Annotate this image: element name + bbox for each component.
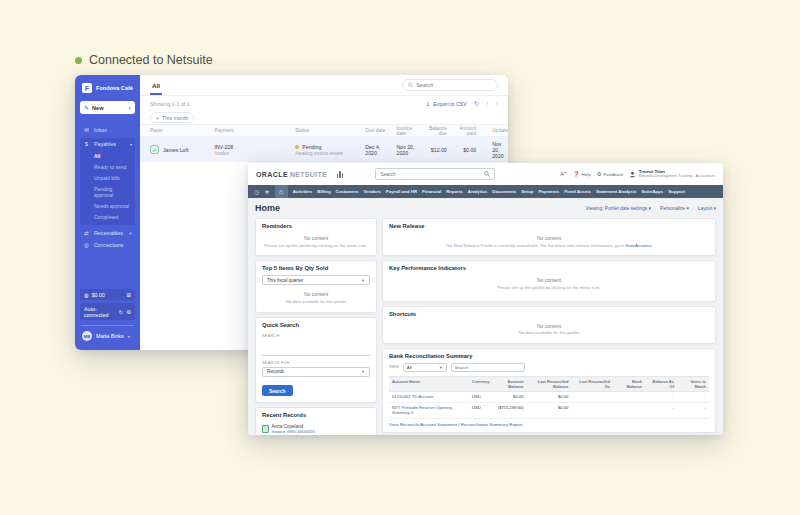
nav-reports[interactable]: Reports <box>446 189 463 194</box>
portlet-title: New Release <box>383 219 715 231</box>
nav-documents[interactable]: Documents <box>492 189 516 194</box>
nav-billing[interactable]: Billing <box>317 189 330 194</box>
export-csv-button[interactable]: ↧ Export to CSV <box>426 101 467 107</box>
view-select[interactable]: All ▼ <box>403 363 447 372</box>
account-balance-cell: $0.00 <box>491 392 526 403</box>
search-for-select[interactable]: Records ▼ <box>262 367 370 377</box>
quick-search-input[interactable] <box>262 348 370 356</box>
account-name-cell[interactable]: 61310062 TD Account <box>389 392 469 403</box>
column-header-account-name[interactable]: Account Name <box>389 377 469 392</box>
sidebar-section-payables: $ Payables ▾ All Ready to send Unpaid bi… <box>80 138 135 225</box>
filter-chip-this-month[interactable]: + This month <box>150 112 194 123</box>
nav-analytics[interactable]: Analytics <box>468 189 488 194</box>
column-header-status[interactable]: Status <box>285 128 355 133</box>
nav-payroll[interactable]: Payroll and HR <box>386 189 417 194</box>
column-header-account-balance[interactable]: Account Balance <box>491 377 526 392</box>
column-header-items-to-match[interactable]: Items to Match <box>677 377 709 392</box>
search-input[interactable] <box>416 82 492 88</box>
column-header-updated[interactable]: Updated <box>482 128 508 133</box>
search-box[interactable] <box>402 79 498 91</box>
empty-state-detail: Please set up this portlet by clicking o… <box>391 285 707 291</box>
refresh-button[interactable]: ↻ <box>474 100 479 108</box>
payables-filter-pending[interactable]: Pending approval <box>80 183 135 200</box>
table-row[interactable]: ✓ James Loft INV-228 Invoice Pending Awa… <box>140 137 508 162</box>
user-menu[interactable]: Transit Titan Rosteda Development Traini… <box>629 169 715 179</box>
text-size-button[interactable]: A⁺ <box>560 171 567 177</box>
global-search-box[interactable] <box>375 168 495 180</box>
suiteanswers-link[interactable]: SuiteAnswers <box>625 243 651 248</box>
sidebar-item-inbox[interactable]: ✉ Inbox <box>80 124 135 136</box>
balance-as-of-cell: - <box>645 403 677 419</box>
recent-record-item[interactable]: Anna Copeland Invoice #INV-0000025 <box>262 424 370 434</box>
recents-icon[interactable]: ◷ <box>254 188 259 195</box>
quick-search-portlet: Quick Search SEARCH SEARCH FOR Records ▼… <box>255 317 377 404</box>
netsuite-navbar: ◷ ★ ⌂ Activities Billing Customers Vendo… <box>248 185 723 198</box>
last-reconciled-balance-cell: $0.00 <box>527 392 572 403</box>
column-header-currency[interactable]: Currency <box>469 377 491 392</box>
left-column: Reminders No content Please set up this … <box>255 218 377 435</box>
nav-fixed-assets[interactable]: Fixed Assets <box>564 189 591 194</box>
global-search-input[interactable] <box>380 172 481 177</box>
column-header-payer[interactable]: Payer <box>140 128 204 133</box>
help-button[interactable]: ❓ Help <box>573 171 591 177</box>
reconciliation-report-link[interactable]: View Reconcile Account Statement / Recon… <box>383 419 715 432</box>
user-menu[interactable]: MB Marla Binks ▾ <box>80 328 135 344</box>
column-header-book-balance[interactable]: Book Balance <box>613 377 645 392</box>
column-header-last-reconciled-balance[interactable]: Last Reconciled Balance <box>527 377 572 392</box>
bank-reconciliation-portlet: Bank Reconciliation Summary VIEW All ▼ A… <box>382 348 716 433</box>
chevron-down-icon: ▼ <box>361 278 365 283</box>
new-button[interactable]: ✎ New ▾ <box>80 101 135 114</box>
items-to-match-cell: - <box>677 403 709 419</box>
nav-statement-analysis[interactable]: Statement Analysis <box>596 189 636 194</box>
nav-activities[interactable]: Activities <box>293 189 313 194</box>
nav-suiteapps[interactable]: SuiteApps <box>641 189 663 194</box>
tab-all[interactable]: All <box>150 78 162 95</box>
fiscal-quarter-select[interactable]: This fiscal quarter ▼ <box>262 275 370 285</box>
chevron-down-icon: ▾ <box>130 142 132 147</box>
column-header-amount-paid[interactable]: Amount paid <box>453 126 482 136</box>
home-tab[interactable]: ⌂ <box>275 185 288 198</box>
nav-customers[interactable]: Customers <box>336 189 359 194</box>
nav-payments[interactable]: Payments <box>538 189 559 194</box>
favorites-icon[interactable]: ★ <box>264 188 269 195</box>
sidebar-item-receivables[interactable]: ⇄ Receivables + <box>80 227 135 239</box>
nav-setup[interactable]: Setup <box>521 189 533 194</box>
chevron-down-icon: ▼ <box>439 365 443 370</box>
personalize-link[interactable]: Personalize ▾ <box>660 206 689 211</box>
bank-search-input[interactable] <box>451 363 525 372</box>
sidebar-item-payables[interactable]: $ Payables ▾ <box>80 138 135 150</box>
viewing-settings-link[interactable]: Viewing: Portlet date settings ▾ <box>585 206 651 211</box>
payables-filter-approval[interactable]: Needs approval <box>80 200 135 211</box>
sidebar-item-connections[interactable]: ◎ Connections <box>80 239 135 251</box>
layout-link[interactable]: Layout ▾ <box>698 206 716 211</box>
nav-support[interactable]: Support <box>668 189 685 194</box>
search-icon <box>408 82 413 88</box>
payables-filter-completed[interactable]: Completed <box>80 211 135 222</box>
showing-count: Showing 1-1 of 1 <box>150 101 190 107</box>
prev-page-button[interactable]: ‹ <box>486 100 488 107</box>
inbox-icon: ✉ <box>83 127 90 133</box>
desktop-canvas: Connected to Netsuite F Fondova Café ✎ N… <box>0 0 800 515</box>
next-page-button[interactable]: › <box>496 100 498 107</box>
auto-connected-row[interactable]: Auto-connected ↻ ⚙ <box>80 303 135 320</box>
quick-search-button[interactable]: Search <box>262 385 293 396</box>
payables-filter-all[interactable]: All <box>80 150 135 161</box>
nav-vendors[interactable]: Vendors <box>364 189 381 194</box>
chevron-down-icon: ▾ <box>128 105 131 111</box>
column-header-balance-as-of[interactable]: Balance As Of <box>645 377 677 392</box>
due-date-cell: Dec 4, 2020 <box>355 144 386 156</box>
payables-filter-unpaid[interactable]: Unpaid bills <box>80 172 135 183</box>
column-header-due-date[interactable]: Due date <box>355 128 386 133</box>
nav-financial[interactable]: Financial <box>422 189 441 194</box>
table-header: Payer Payment Status Due date Invoice da… <box>140 124 508 137</box>
column-header-payment[interactable]: Payment <box>204 128 285 133</box>
feedback-button[interactable]: ⚙ Feedback <box>597 171 623 177</box>
recent-records-portlet: Recent Records Anna Copeland Invoice #IN… <box>255 407 377 435</box>
balance-due-cell: $12.00 <box>421 147 452 153</box>
column-header-balance-due[interactable]: Balance due <box>421 126 452 136</box>
account-name-cell[interactable]: NXT Printable Reserve Opening - Summary … <box>389 403 469 419</box>
column-header-invoice-date[interactable]: Invoice date <box>387 126 422 136</box>
payables-filter-ready[interactable]: Ready to send <box>80 161 135 172</box>
column-header-last-reconciled-on[interactable]: Last Reconciled On <box>571 377 613 392</box>
balance-row[interactable]: ◍ $0.00 ⊞ <box>80 289 135 300</box>
